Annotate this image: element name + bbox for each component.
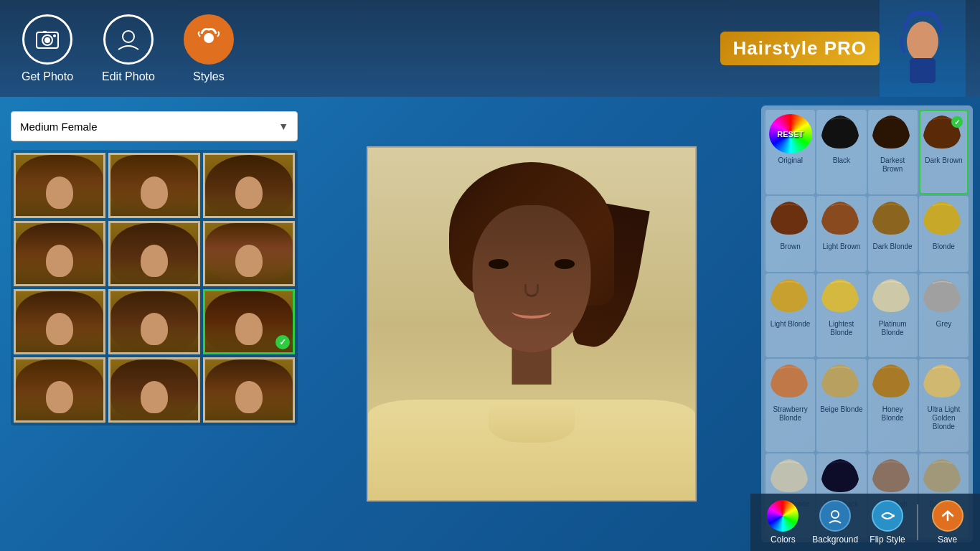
black-swatch [820, 114, 863, 154]
save-icon [932, 500, 963, 532]
blonde-swatch [922, 200, 965, 240]
color-item-light-blonde[interactable]: Light Blonde [765, 273, 815, 358]
svg-point-4 [53, 34, 56, 37]
style-item-61[interactable]: 61 [14, 289, 105, 354]
color-item-black[interactable]: Black [816, 110, 866, 194]
color-item-brown[interactable]: Brown [765, 196, 815, 272]
edit-photo-icon [103, 14, 154, 65]
dropdown-arrow-icon: ▼ [278, 121, 288, 132]
colors-icon [767, 500, 798, 532]
save-label: Save [938, 534, 957, 545]
brand-logo: Hairstyle PRO [720, 0, 980, 97]
color-item-honey-blonde[interactable]: Honey Blonde [868, 359, 918, 452]
svg-point-6 [204, 33, 214, 43]
background-icon [819, 500, 851, 532]
color-item-reset[interactable]: RESET Original [765, 110, 815, 194]
color-panel: RESET Original Black Darkest Brown [754, 97, 980, 551]
strawberry-blonde-swatch [769, 363, 812, 402]
style-item-56[interactable]: 56 [108, 153, 200, 218]
svg-rect-3 [43, 31, 47, 33]
style-item-64[interactable]: 64 [14, 357, 105, 423]
color-item-light-brown[interactable]: Light Brown [816, 196, 866, 272]
grey-swatch [922, 278, 965, 317]
color-label-blonde: Blonde [933, 242, 955, 251]
style-category-label: Medium Female [20, 121, 98, 133]
color-label-light-blonde: Light Blonde [771, 320, 811, 329]
color-label-lightest-blonde: Lightest Blonde [819, 320, 863, 337]
background-label: Background [812, 534, 858, 545]
style-item-66[interactable]: 66 [203, 357, 295, 423]
color-label-darkest-brown: Darkest Brown [871, 156, 915, 174]
lightest-blonde-swatch [820, 278, 863, 317]
color-label-beige-blonde: Beige Blonde [820, 405, 863, 414]
bottom-divider [917, 504, 918, 540]
color-item-strawberry-blonde[interactable]: Strawberry Blonde [765, 359, 815, 452]
platinum-blonde-swatch [871, 278, 914, 317]
color-item-darkest-brown[interactable]: Darkest Brown [868, 110, 918, 194]
save-action[interactable]: Save [926, 500, 969, 545]
style-item-58[interactable]: 58 [14, 221, 105, 286]
color-item-dark-blonde[interactable]: Dark Blonde [868, 196, 918, 272]
colors-action[interactable]: Colors [761, 500, 804, 545]
color-label-platinum-blonde: Platinum Blonde [871, 320, 915, 337]
nav-get-photo[interactable]: Get Photo [22, 14, 73, 83]
photo-frame [367, 146, 697, 501]
color-item-lightest-blonde[interactable]: Lightest Blonde [816, 273, 866, 358]
style-item-63[interactable]: ✓ [203, 289, 295, 354]
flip-style-label: Flip Style [870, 534, 905, 545]
style-grid: 55 56 57 [11, 150, 298, 425]
main-content: Medium Female ▼ 55 56 57 [0, 97, 980, 551]
color-label-original: Original [778, 156, 802, 165]
nav-edit-photo[interactable]: Edit Photo [102, 14, 155, 83]
reset-swatch: RESET [769, 114, 812, 154]
blue-black-swatch [820, 458, 863, 497]
color-label-ultra-light-golden-blonde: Ultra Light Golden Blonde [922, 405, 966, 431]
color-item-beige-blonde[interactable]: Beige Blonde [816, 359, 866, 452]
style-item-57[interactable]: 57 [203, 153, 295, 218]
dark-blonde-swatch [871, 200, 914, 240]
preview-panel [308, 97, 754, 551]
color-label-honey-blonde: Honey Blonde [871, 405, 915, 423]
color-item-dark-brown[interactable]: ✓ Dark Brown [919, 110, 969, 194]
style-item-65[interactable]: 65 [108, 357, 200, 423]
brand-title: Hairstyle PRO [720, 32, 880, 65]
style-item-59[interactable]: 59 [108, 221, 200, 286]
color-item-ultra-light-golden-blonde[interactable]: Ultra Light Golden Blonde [919, 359, 969, 452]
color-item-blonde[interactable]: Blonde [919, 196, 969, 272]
honey-blonde-swatch [871, 363, 914, 402]
brown-swatch [769, 200, 812, 240]
bottom-action-bar: Colors Background Flip Style [750, 494, 980, 551]
color-grid: RESET Original Black Darkest Brown [761, 105, 973, 542]
styles-icon [184, 14, 234, 65]
style-item-62[interactable]: 62 [108, 289, 200, 354]
get-photo-label: Get Photo [22, 70, 73, 83]
color-label-grey: Grey [936, 320, 952, 329]
dark-brown-swatch: ✓ [922, 114, 965, 154]
beige-blonde-swatch [820, 363, 863, 402]
nav-styles[interactable]: Styles [184, 14, 234, 83]
style-category-dropdown[interactable]: Medium Female ▼ [11, 111, 298, 141]
color-item-grey[interactable]: Grey [919, 273, 969, 358]
background-action[interactable]: Background [812, 500, 858, 545]
color-label-strawberry-blonde: Strawberry Blonde [768, 405, 812, 423]
svg-point-5 [123, 31, 134, 42]
colors-label: Colors [771, 534, 796, 545]
svg-point-10 [892, 514, 895, 517]
ultra-light-golden-blonde-swatch [922, 363, 965, 402]
edit-photo-label: Edit Photo [102, 70, 155, 83]
svg-rect-8 [910, 58, 936, 83]
style-item-55[interactable]: 55 [14, 153, 105, 218]
color-item-platinum-blonde[interactable]: Platinum Blonde [868, 273, 918, 358]
color-label-brown: Brown [780, 242, 800, 251]
color-label-black: Black [833, 156, 850, 165]
darkest-brown-swatch [871, 114, 914, 154]
flip-style-action[interactable]: Flip Style [866, 500, 909, 545]
color-label-light-brown: Light Brown [822, 242, 860, 251]
styles-label: Styles [193, 70, 225, 83]
style-item-60[interactable]: 60 [203, 221, 295, 286]
top-navigation: Get Photo Edit Photo Styles Hairstyle PR… [0, 0, 980, 97]
svg-point-2 [44, 37, 50, 43]
style-panel: Medium Female ▼ 55 56 57 [0, 97, 308, 551]
artic-blonde-swatch [769, 458, 812, 497]
dark-ash-blonde-swatch [922, 458, 965, 497]
